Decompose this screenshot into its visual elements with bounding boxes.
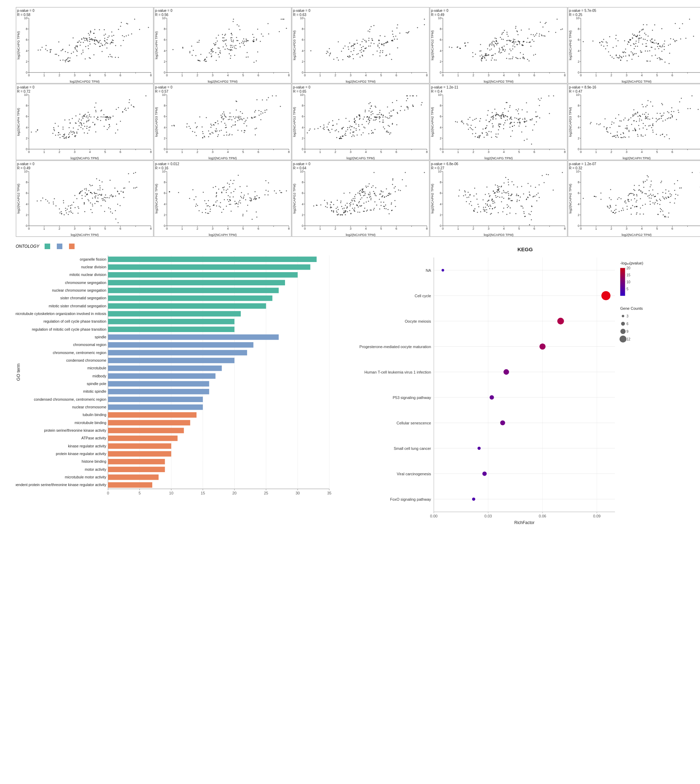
kegg-dot-chart-canvas bbox=[347, 244, 660, 529]
legend-bp bbox=[45, 244, 52, 249]
go-legend: ONTOLOGY bbox=[16, 244, 340, 249]
scatter-grid bbox=[16, 7, 693, 239]
scatter-plots-canvas bbox=[16, 7, 700, 237]
legend-cc-box bbox=[57, 244, 62, 249]
go-bar-chart-canvas bbox=[16, 252, 340, 503]
ontology-label: ONTOLOGY bbox=[16, 244, 39, 249]
main-container: ONTOLOGY bbox=[0, 0, 700, 538]
legend-mf bbox=[69, 244, 76, 249]
sections-bc: ONTOLOGY bbox=[7, 244, 693, 530]
section-b: ONTOLOGY bbox=[7, 244, 340, 530]
kegg-chart bbox=[347, 244, 693, 530]
legend-bp-box bbox=[45, 244, 50, 249]
legend-cc bbox=[57, 244, 64, 249]
section-c bbox=[345, 244, 693, 530]
legend-mf-box bbox=[69, 244, 75, 249]
section-a bbox=[7, 7, 693, 239]
go-chart: ONTOLOGY bbox=[16, 244, 340, 504]
